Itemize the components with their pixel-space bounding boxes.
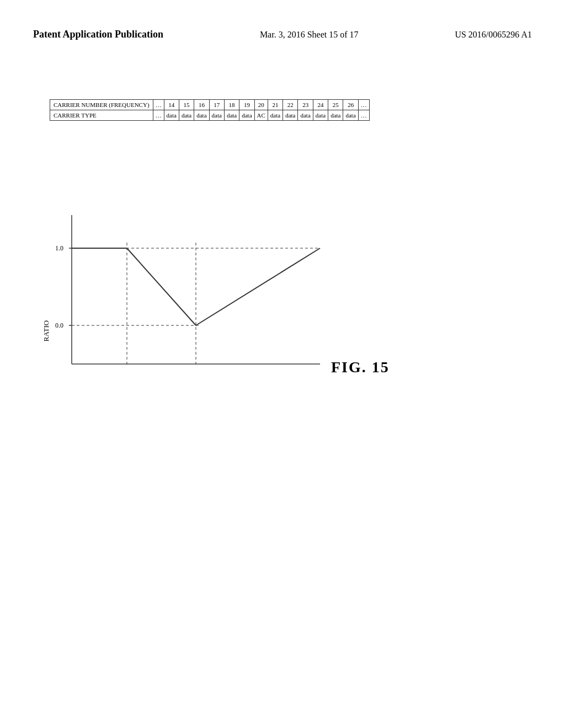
col-26-r2: data: [343, 110, 358, 121]
col-22-r2: data: [283, 110, 298, 121]
sheet-info: Mar. 3, 2016 Sheet 15 of 17: [260, 30, 359, 40]
main-content: CARRIER NUMBER (FREQUENCY) … 14 15 16 17…: [33, 83, 532, 695]
col-15-r1: 15: [179, 100, 194, 110]
carrier-table-container: CARRIER NUMBER (FREQUENCY) … 14 15 16 17…: [50, 99, 342, 121]
col-16-r1: 16: [194, 100, 209, 110]
col-18-r2: data: [224, 110, 239, 121]
publication-title: Patent Application Publication: [33, 29, 163, 40]
col-17-r2: data: [209, 110, 224, 121]
col-18-r1: 18: [224, 100, 239, 110]
col-23-r1: 23: [298, 100, 313, 110]
row1-label: CARRIER NUMBER (FREQUENCY): [50, 100, 153, 110]
col-14-r1: 14: [164, 100, 179, 110]
col-20-r2: AC: [254, 110, 268, 121]
col-21-r2: data: [268, 110, 282, 121]
col-24-r1: 24: [313, 100, 328, 110]
col-25-r2: data: [328, 110, 343, 121]
col-25-r1: 25: [328, 100, 343, 110]
y-tick-0: 0.0: [55, 322, 63, 329]
graph-container: RATIO 1.0 0.0: [33, 204, 364, 403]
col-dots-left-r2: …: [153, 110, 164, 121]
y-tick-1: 1.0: [55, 244, 63, 252]
col-dots-right-r1: …: [358, 100, 369, 110]
col-19-r2: data: [239, 110, 254, 121]
svg-line-10: [196, 248, 320, 325]
carrier-table: CARRIER NUMBER (FREQUENCY) … 14 15 16 17…: [50, 99, 370, 121]
table-row-1: CARRIER NUMBER (FREQUENCY) … 14 15 16 17…: [50, 100, 370, 110]
col-15-r2: data: [179, 110, 194, 121]
col-14-r2: data: [164, 110, 179, 121]
col-23-r2: data: [298, 110, 313, 121]
table-row-2: CARRIER TYPE … data data data data data …: [50, 110, 370, 121]
page-header: Patent Application Publication Mar. 3, 2…: [0, 29, 565, 40]
col-22-r1: 22: [283, 100, 298, 110]
col-19-r1: 19: [239, 100, 254, 110]
figure-label: FIG. 15: [331, 358, 390, 376]
ratio-graph: RATIO 1.0 0.0: [33, 204, 364, 403]
col-20-r1: 20: [254, 100, 268, 110]
col-dots-right-r2: …: [358, 110, 369, 121]
y-axis-label: RATIO: [42, 320, 50, 341]
fig-label-text: FIG. 15: [331, 358, 390, 376]
col-24-r2: data: [313, 110, 328, 121]
col-dots-left-r1: …: [153, 100, 164, 110]
col-21-r1: 21: [268, 100, 282, 110]
svg-line-9: [127, 248, 196, 325]
col-26-r1: 26: [343, 100, 358, 110]
col-16-r2: data: [194, 110, 209, 121]
row2-label: CARRIER TYPE: [50, 110, 153, 121]
patent-number: US 2016/0065296 A1: [455, 30, 532, 40]
col-17-r1: 17: [209, 100, 224, 110]
